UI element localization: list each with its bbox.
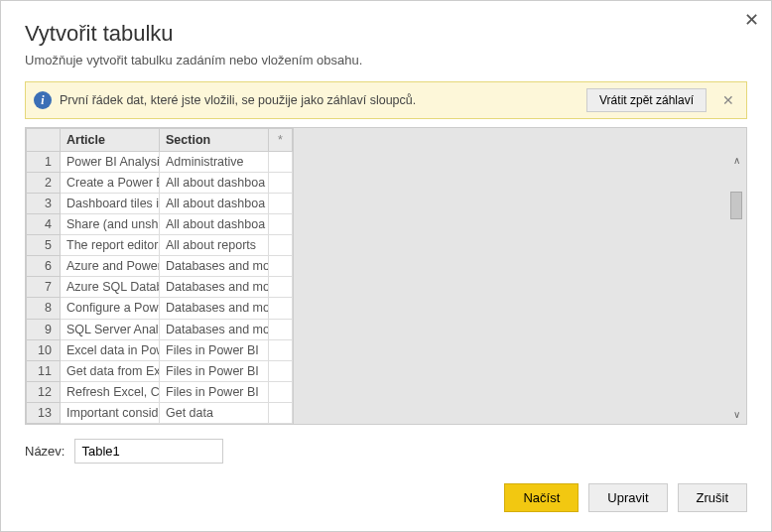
table-row[interactable]: 1Power BI AnalysisAdministrative	[27, 152, 293, 173]
column-header-article[interactable]: Article	[61, 129, 160, 152]
row-number: 6	[27, 256, 61, 277]
cell-empty[interactable]	[269, 381, 293, 402]
cell-section[interactable]: All about dashboa	[160, 194, 269, 214]
cell-section[interactable]: All about dashboa	[160, 173, 269, 194]
info-text: První řádek dat, které jste vložili, se …	[60, 93, 575, 107]
cell-section[interactable]: Databases and mo	[160, 277, 269, 298]
cell-article[interactable]: Configure a Power	[61, 298, 160, 319]
dialog-title: Vytvořit tabulku	[25, 21, 747, 47]
cell-article[interactable]: Get data from Exce	[61, 360, 160, 381]
scroll-thumb[interactable]	[730, 192, 742, 219]
cell-section[interactable]: All about reports	[160, 235, 269, 256]
row-number: 2	[27, 173, 61, 194]
cell-section[interactable]: Files in Power BI	[160, 360, 269, 381]
info-icon: i	[34, 91, 52, 109]
cell-empty[interactable]	[269, 339, 293, 360]
cell-section[interactable]: Databases and mo	[160, 298, 269, 319]
close-icon[interactable]: ✕	[744, 9, 759, 31]
table-row[interactable]: 11Get data from ExceFiles in Power BI	[27, 360, 293, 381]
row-number: 3	[27, 194, 61, 214]
row-number: 11	[27, 360, 61, 381]
create-table-dialog: Vytvořit tabulku Umožňuje vytvořit tabul…	[1, 1, 771, 531]
load-button[interactable]: Načíst	[504, 483, 579, 512]
name-label: Název:	[25, 444, 64, 459]
cell-empty[interactable]	[269, 235, 293, 256]
row-number: 8	[27, 298, 61, 319]
data-grid[interactable]: Article Section * 1Power BI AnalysisAdmi…	[25, 127, 747, 425]
row-number: 5	[27, 235, 61, 256]
row-number: 7	[27, 277, 61, 298]
table-row[interactable]: 10Excel data in PoweFiles in Power BI	[27, 339, 293, 360]
scrollbar[interactable]: ∧ ∨	[728, 152, 744, 422]
cell-article[interactable]: Share (and unshar	[61, 214, 160, 235]
row-number: 13	[27, 402, 61, 423]
cell-section[interactable]: Files in Power BI	[160, 381, 269, 402]
dialog-subtitle: Umožňuje vytvořit tabulku zadáním nebo v…	[25, 53, 747, 67]
table-name-input[interactable]	[74, 439, 223, 464]
cell-section[interactable]: Databases and mo	[160, 256, 269, 277]
cell-empty[interactable]	[269, 173, 293, 194]
edit-button[interactable]: Upravit	[588, 483, 667, 512]
row-number-header	[27, 129, 61, 152]
column-header-add[interactable]: *	[269, 129, 293, 152]
info-close-icon[interactable]: ✕	[718, 92, 738, 108]
table-row[interactable]: 9SQL Server AnalysDatabases and mo	[27, 319, 293, 339]
table-row[interactable]: 7Azure SQL DatabaDatabases and mo	[27, 277, 293, 298]
row-number: 1	[27, 152, 61, 173]
cell-article[interactable]: Azure and Power B	[61, 256, 160, 277]
cell-article[interactable]: Power BI Analysis	[61, 152, 160, 173]
cell-article[interactable]: Excel data in Powe	[61, 339, 160, 360]
cell-article[interactable]: Create a Power BI	[61, 173, 160, 194]
table-row[interactable]: 5The report editor..All about reports	[27, 235, 293, 256]
cell-section[interactable]: All about dashboa	[160, 214, 269, 235]
cell-section[interactable]: Administrative	[160, 152, 269, 173]
cell-empty[interactable]	[269, 360, 293, 381]
cell-empty[interactable]	[269, 152, 293, 173]
row-number: 9	[27, 319, 61, 339]
cell-article[interactable]: The report editor..	[61, 235, 160, 256]
table-row[interactable]: 6Azure and Power BDatabases and mo	[27, 256, 293, 277]
undo-headers-button[interactable]: Vrátit zpět záhlaví	[586, 88, 707, 112]
column-header-section[interactable]: Section	[160, 129, 269, 152]
row-number: 10	[27, 339, 61, 360]
cell-section[interactable]: Get data	[160, 402, 269, 423]
grid-empty-area: ∧ ∨	[293, 128, 746, 424]
cell-empty[interactable]	[269, 256, 293, 277]
cell-section[interactable]: Databases and mo	[160, 319, 269, 339]
cell-empty[interactable]	[269, 214, 293, 235]
cell-section[interactable]: Files in Power BI	[160, 339, 269, 360]
cell-empty[interactable]	[269, 402, 293, 423]
info-bar: i První řádek dat, které jste vložili, s…	[25, 81, 747, 119]
table-row[interactable]: 4Share (and unsharAll about dashboa	[27, 214, 293, 235]
row-number: 4	[27, 214, 61, 235]
cancel-button[interactable]: Zrušit	[678, 483, 748, 512]
row-number: 12	[27, 381, 61, 402]
table-row[interactable]: 8Configure a PowerDatabases and mo	[27, 298, 293, 319]
scroll-down-icon[interactable]: ∨	[728, 406, 744, 422]
table-row[interactable]: 13Important consideGet data	[27, 402, 293, 423]
grid-table[interactable]: Article Section * 1Power BI AnalysisAdmi…	[26, 128, 293, 424]
cell-empty[interactable]	[269, 194, 293, 214]
cell-empty[interactable]	[269, 319, 293, 339]
scroll-up-icon[interactable]: ∧	[728, 152, 744, 168]
cell-empty[interactable]	[269, 298, 293, 319]
name-row: Název:	[25, 439, 747, 464]
cell-article[interactable]: Azure SQL Databa	[61, 277, 160, 298]
dialog-footer: Načíst Upravit Zrušit	[25, 464, 747, 512]
table-row[interactable]: 12Refresh Excel, CSVFiles in Power BI	[27, 381, 293, 402]
cell-article[interactable]: Dashboard tiles in	[61, 194, 160, 214]
cell-article[interactable]: SQL Server Analys	[61, 319, 160, 339]
cell-empty[interactable]	[269, 277, 293, 298]
cell-article[interactable]: Refresh Excel, CSV	[61, 381, 160, 402]
table-row[interactable]: 2Create a Power BIAll about dashboa	[27, 173, 293, 194]
table-row[interactable]: 3Dashboard tiles inAll about dashboa	[27, 194, 293, 214]
cell-article[interactable]: Important conside	[61, 402, 160, 423]
